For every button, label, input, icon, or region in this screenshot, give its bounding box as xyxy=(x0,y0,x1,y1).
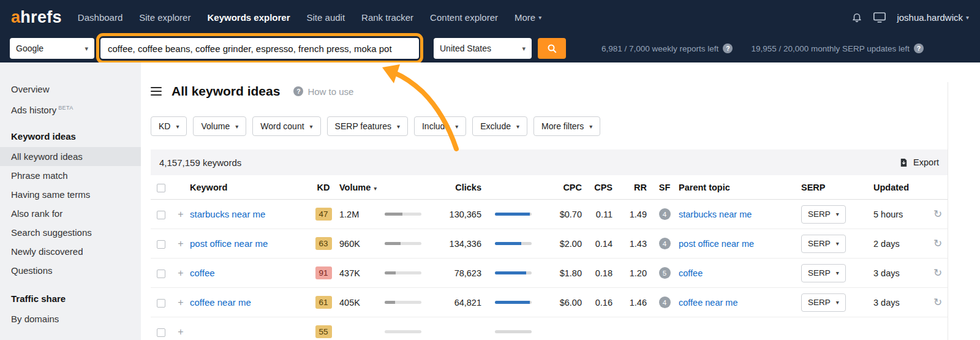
header-kd[interactable]: KD xyxy=(307,183,339,192)
filter-serp-features[interactable]: SERP features xyxy=(327,116,408,136)
search-icon xyxy=(547,43,557,53)
top-navbar: ahrefs DashboardSite explorerKeywords ex… xyxy=(0,0,980,34)
chevron-down-icon xyxy=(397,123,400,130)
help-icon[interactable] xyxy=(723,43,733,53)
filter-exclude[interactable]: Exclude xyxy=(472,116,527,136)
header-parent-topic[interactable]: Parent topic xyxy=(679,183,801,192)
export-button[interactable]: Export xyxy=(899,157,939,167)
header-clicks[interactable]: Clicks xyxy=(429,183,485,192)
parent-topic-link[interactable]: coffee xyxy=(679,268,703,278)
row-checkbox[interactable] xyxy=(157,240,165,249)
refresh-icon[interactable] xyxy=(927,208,948,221)
chevron-down-icon xyxy=(516,123,519,130)
row-checkbox[interactable] xyxy=(157,211,165,219)
volume-value: 437K xyxy=(339,268,375,278)
serp-button[interactable]: SERP xyxy=(801,264,846,282)
header-cpc[interactable]: CPC xyxy=(540,183,586,192)
nav-item-content-explorer[interactable]: Content explorer xyxy=(430,12,498,23)
ahrefs-logo[interactable]: ahrefs xyxy=(11,8,62,27)
header-rr[interactable]: RR xyxy=(616,183,650,192)
sidebar-item-search-suggestions[interactable]: Search suggestions xyxy=(0,223,141,242)
parent-topic-link[interactable]: post office near me xyxy=(679,239,754,249)
add-keyword-icon[interactable] xyxy=(172,268,190,279)
search-button[interactable] xyxy=(538,38,566,59)
refresh-icon[interactable] xyxy=(927,296,948,309)
sidebar-item-also-rank-for[interactable]: Also rank for xyxy=(0,204,141,223)
help-icon xyxy=(293,86,303,96)
nav-item-site-audit[interactable]: Site audit xyxy=(307,12,345,23)
sidebar-item-ads-history[interactable]: Ads historyBETA xyxy=(0,99,141,118)
row-checkbox[interactable] xyxy=(157,328,165,337)
clicks-value: 78,623 xyxy=(429,268,485,278)
keyword-link[interactable]: coffee xyxy=(190,268,215,278)
header-cps[interactable]: CPS xyxy=(586,183,616,192)
sidebar-item-having-same-terms[interactable]: Having same terms xyxy=(0,185,141,204)
filter-include[interactable]: Include xyxy=(414,116,466,136)
keyword-link[interactable]: post office near me xyxy=(190,238,268,249)
add-keyword-icon[interactable] xyxy=(172,297,190,308)
rr-value: 1.20 xyxy=(616,268,650,278)
header-keyword[interactable]: Keyword xyxy=(190,183,307,192)
menu-icon[interactable] xyxy=(151,85,162,99)
add-keyword-icon[interactable] xyxy=(172,238,190,249)
page-title: All keyword ideas xyxy=(172,84,280,99)
filter-kd[interactable]: KD xyxy=(151,116,187,136)
row-checkbox[interactable] xyxy=(157,299,165,308)
monitor-icon[interactable] xyxy=(873,12,886,23)
updated-value: 2 days xyxy=(873,239,927,249)
filter-more-filters[interactable]: More filters xyxy=(533,116,600,136)
select-all-checkbox[interactable] xyxy=(157,184,165,192)
volume-bar xyxy=(375,242,429,245)
results-toolbar: 4,157,159 keywords Export xyxy=(151,149,948,175)
sidebar-item-questions[interactable]: Questions xyxy=(0,261,141,280)
cps-value: 0.16 xyxy=(586,298,616,308)
user-menu[interactable]: joshua.hardwick xyxy=(897,12,969,23)
sidebar-item-overview[interactable]: Overview xyxy=(0,80,141,99)
serp-button[interactable]: SERP xyxy=(801,235,846,253)
nav-item-site-explorer[interactable]: Site explorer xyxy=(139,12,190,23)
filter-volume[interactable]: Volume xyxy=(193,116,246,136)
keyword-link[interactable]: coffee near me xyxy=(190,297,251,308)
parent-topic-link[interactable]: coffee near me xyxy=(679,298,737,308)
add-keyword-icon[interactable] xyxy=(172,327,190,338)
volume-bar xyxy=(375,271,429,274)
search-engine-select[interactable]: Google xyxy=(10,38,94,59)
search-input[interactable] xyxy=(100,38,419,59)
kd-badge: 91 xyxy=(315,266,332,279)
serp-button[interactable]: SERP xyxy=(801,205,846,224)
sidebar-item-newly-discovered[interactable]: Newly discovered xyxy=(0,242,141,261)
how-to-use-link[interactable]: How to use xyxy=(293,86,353,97)
nav-item-rank-tracker[interactable]: Rank tracker xyxy=(361,12,413,23)
clicks-bar xyxy=(485,213,540,216)
chevron-down-icon xyxy=(235,123,238,130)
refresh-icon[interactable] xyxy=(927,237,948,250)
sidebar-item-by-domains[interactable]: By domains xyxy=(0,309,141,328)
nav-item-dashboard[interactable]: Dashboard xyxy=(78,12,123,23)
keyword-link[interactable]: starbucks near me xyxy=(190,209,265,219)
parent-topic-link[interactable]: starbucks near me xyxy=(679,210,752,219)
nav-item-more[interactable]: More xyxy=(514,12,541,23)
clicks-bar xyxy=(485,271,540,274)
nav-item-keywords-explorer[interactable]: Keywords explorer xyxy=(207,12,290,23)
add-keyword-icon[interactable] xyxy=(172,209,190,220)
export-label: Export xyxy=(913,157,939,167)
clicks-value: 134,336 xyxy=(429,239,485,249)
header-serp[interactable]: SERP xyxy=(801,183,873,192)
header-volume[interactable]: Volume xyxy=(339,183,375,192)
refresh-icon[interactable] xyxy=(927,266,948,279)
bell-icon[interactable] xyxy=(851,12,862,23)
table-row: post office near me 63 960K 134,336 $2.0… xyxy=(151,229,948,259)
country-select[interactable]: United States xyxy=(434,38,532,59)
sidebar-item-all-keyword-ideas[interactable]: All keyword ideas xyxy=(0,147,141,166)
header-updated[interactable]: Updated xyxy=(873,183,927,192)
sidebar-item-phrase-match[interactable]: Phrase match xyxy=(0,166,141,185)
serp-button[interactable]: SERP xyxy=(801,293,846,312)
header-sf[interactable]: SF xyxy=(650,183,679,192)
volume-bar xyxy=(375,301,429,304)
chevron-down-icon xyxy=(310,123,313,130)
row-checkbox[interactable] xyxy=(157,270,165,278)
help-icon[interactable] xyxy=(914,43,924,53)
filter-word-count[interactable]: Word count xyxy=(252,116,320,136)
search-input-wrap xyxy=(100,38,419,59)
clicks-bar xyxy=(485,242,540,245)
